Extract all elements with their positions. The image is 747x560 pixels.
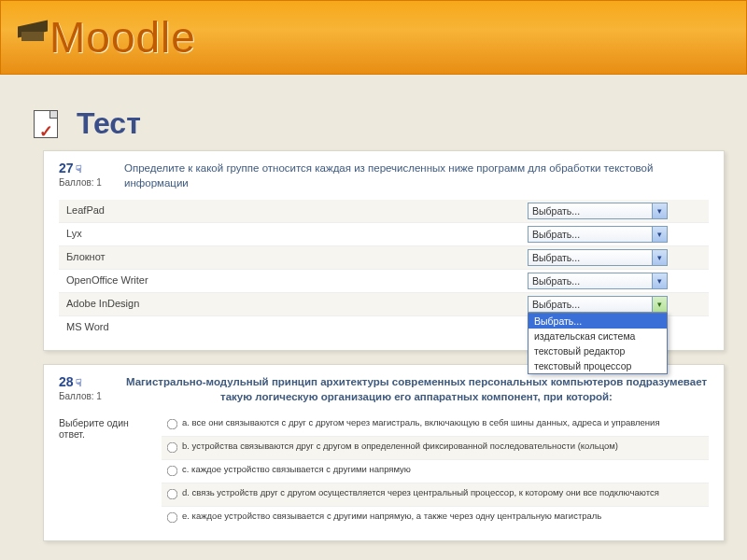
- question-text: Магистрально-модульный принцип архитекту…: [124, 374, 709, 404]
- graduation-cap-icon: [18, 19, 55, 47]
- match-row: Блокнот Выбрать...▾: [59, 246, 709, 270]
- question-number: 27☟: [59, 161, 124, 175]
- match-row: LeafPad Выбрать...▾: [59, 200, 709, 223]
- brand-logo: Moodle: [49, 12, 196, 63]
- flag-icon[interactable]: ☟: [76, 163, 82, 175]
- chevron-down-icon: ▾: [652, 250, 667, 265]
- option-text: b. устройства связываются друг с другом …: [182, 441, 709, 452]
- option-text: e. каждое устройство связывается с други…: [182, 511, 709, 522]
- flag-icon[interactable]: ☟: [76, 377, 82, 388]
- match-row: Adobe InDesign Выбрать...▾ Выбрать... из…: [59, 293, 709, 316]
- dropdown-menu: Выбрать... издательская система текстовы…: [528, 313, 668, 374]
- option-row: e. каждое устройство связывается с други…: [162, 507, 709, 529]
- match-label: Блокнот: [59, 246, 522, 269]
- option-row: d. связь устройств друг с другом осущест…: [162, 483, 709, 507]
- match-label: LeafPad: [59, 200, 522, 222]
- match-select[interactable]: Выбрать...▾: [528, 249, 668, 266]
- dropdown-option[interactable]: Выбрать...: [529, 314, 667, 329]
- option-row: c. каждое устройство связывается с други…: [162, 460, 709, 483]
- chevron-down-icon: ▾: [652, 203, 667, 218]
- match-select[interactable]: Выбрать...▾: [528, 273, 668, 289]
- question-27: 27☟ Баллов: 1 Определите к какой группе …: [43, 150, 725, 351]
- dropdown-option[interactable]: издательская система: [529, 329, 667, 343]
- question-28: 28☟ Баллов: 1 Магистрально-модульный при…: [43, 364, 725, 541]
- page-title-row: ✓ Тест: [34, 106, 747, 141]
- answer-prompt: Выберите один ответ.: [59, 413, 162, 529]
- option-row: b. устройства связываются друг с другом …: [162, 437, 709, 460]
- page-title: Тест: [77, 106, 141, 141]
- option-radio[interactable]: [166, 489, 177, 500]
- option-radio[interactable]: [166, 442, 177, 454]
- match-label: Lyx: [59, 223, 522, 245]
- option-radio[interactable]: [166, 466, 177, 477]
- option-text: a. все они связываются с друг с другом ч…: [182, 417, 709, 428]
- dropdown-option[interactable]: текстовый процессор: [529, 358, 667, 373]
- match-label: OpenOffice Writer: [59, 270, 522, 292]
- match-label: MS Word: [59, 316, 522, 339]
- match-select[interactable]: Выбрать...▾: [528, 226, 668, 243]
- header: Moodle: [0, 0, 747, 75]
- option-text: d. связь устройств друг с другом осущест…: [182, 487, 709, 498]
- question-score: Баллов: 1: [59, 391, 124, 401]
- option-radio[interactable]: [166, 512, 177, 524]
- match-row: Lyx Выбрать...▾: [59, 223, 709, 246]
- option-radio[interactable]: [166, 419, 177, 430]
- match-select-open[interactable]: Выбрать...▾: [528, 296, 668, 313]
- option-row: a. все они связываются с друг с другом ч…: [162, 413, 709, 437]
- question-text: Определите к какой группе относится кажд…: [124, 161, 709, 190]
- option-text: c. каждое устройство связывается с други…: [182, 464, 709, 475]
- question-score: Баллов: 1: [59, 177, 124, 188]
- match-label: Adobe InDesign: [59, 293, 522, 315]
- dropdown-option[interactable]: текстовый редактор: [529, 343, 667, 358]
- question-number: 28☟: [59, 374, 124, 389]
- match-select[interactable]: Выбрать...▾: [528, 203, 668, 219]
- chevron-down-icon: ▾: [652, 227, 667, 242]
- match-row: OpenOffice Writer Выбрать...▾: [59, 270, 709, 293]
- chevron-down-icon: ▾: [652, 297, 667, 312]
- options-list: a. все они связываются с друг с другом ч…: [162, 413, 709, 529]
- quiz-icon: ✓: [34, 110, 58, 138]
- match-table: LeafPad Выбрать...▾ Lyx Выбрать...▾ Блок…: [59, 200, 709, 339]
- chevron-down-icon: ▾: [652, 273, 667, 288]
